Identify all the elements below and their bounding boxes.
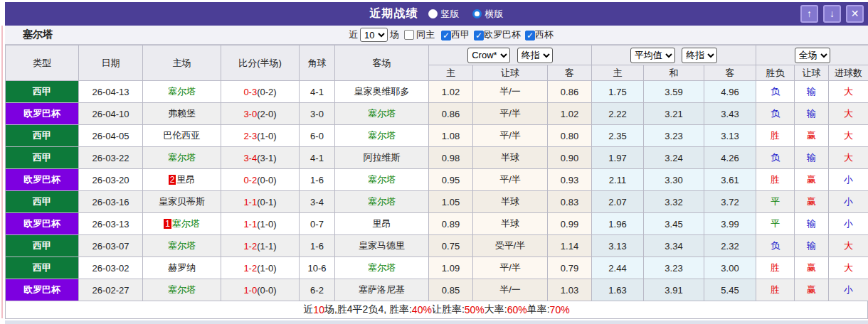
average-stage-select[interactable]: 终指 [682, 48, 717, 63]
table-row: 西甲26-04-05巴伦西亚2-3(1-0)6-0塞尔塔1.08平/半0.802… [6, 125, 868, 147]
league-badge: 西甲 [6, 125, 79, 147]
summary-segment: 10 [313, 304, 324, 315]
fulltime-score: 1-2 [243, 241, 257, 252]
home-team-cell: 赫罗纳 [143, 257, 221, 279]
handicap-result-cell: 输 [795, 213, 829, 235]
games-label: 场 [390, 28, 399, 41]
avg-away-cell: 4.26 [704, 147, 756, 169]
score-cell: 3-0(2-0) [221, 103, 300, 125]
match-count-select[interactable]: 10 [360, 28, 388, 42]
fulltime-score: 1-1 [243, 197, 257, 207]
odds-away-cell: 0.93 [548, 169, 592, 191]
avg-home-cell: 1.75 [592, 81, 644, 103]
corners-cell: 1-6 [300, 169, 335, 191]
table-row: 欧罗巴杯26-02-27塞尔塔1-0(0-0)6-2塞萨洛尼基0.85半/一1.… [6, 279, 868, 301]
date-cell: 26-03-16 [79, 191, 143, 213]
radio-vertical-layout[interactable]: 竖版 [428, 8, 460, 21]
date-cell: 26-03-02 [79, 257, 143, 279]
league-badge: 西甲 [6, 235, 79, 257]
result-cell: 平 [756, 213, 795, 235]
score-cell: 1-2(1-1) [221, 235, 300, 257]
date-cell: 26-03-13 [79, 213, 143, 235]
handicap-result-cell: 赢 [795, 169, 829, 191]
table-row: 西甲26-03-02赫罗纳1-2(1-0)10-6塞尔塔1.09平/半0.792… [6, 257, 868, 279]
avg-home-cell: 1.97 [592, 147, 644, 169]
filter-bar: 塞尔塔 近 10 场 同主 ✓西甲✓欧罗巴杯✓西杯 [5, 26, 868, 45]
rank-badge: 1 [164, 219, 171, 229]
score-cell: 1-2(1-0) [221, 257, 300, 279]
avg-draw-cell: 3.45 [644, 213, 704, 235]
radio-unselected-icon[interactable] [428, 9, 438, 18]
fulltime-score: 0-2 [243, 175, 257, 185]
odds-home-cell: 1.08 [429, 125, 473, 147]
halftime-score: (1-0) [257, 263, 276, 274]
team-label: 里昂 [176, 174, 195, 185]
league-checkbox[interactable]: ✓ [474, 31, 484, 40]
away-team-cell: 里昂 [335, 213, 429, 235]
radio-horizontal-layout[interactable]: 横版 [472, 8, 504, 21]
avg-away-cell: 4.96 [704, 81, 756, 103]
date-cell: 26-03-22 [79, 147, 143, 169]
bookmaker-select[interactable]: Crow* [467, 48, 510, 63]
same-home-checkbox[interactable] [404, 30, 414, 40]
summary-segment: 70% [550, 304, 570, 315]
league-checkbox[interactable]: ✓ [441, 31, 451, 40]
handicap-result-cell: 赢 [795, 279, 829, 301]
summary-segment: 大率: [485, 303, 507, 316]
away-team-cell: 阿拉维斯 [335, 147, 429, 169]
team-label: 塞萨洛尼基 [359, 284, 405, 295]
bookmaker-stage-select[interactable]: 终指 [517, 48, 553, 63]
away-team-cell: 塞尔塔 [335, 169, 429, 191]
avg-draw-cell: 3.23 [644, 257, 704, 279]
odds-home-cell: 1.09 [429, 257, 473, 279]
same-home-label: 同主 [416, 28, 435, 41]
avg-away-cell: 3.43 [704, 103, 756, 125]
move-down-button[interactable]: ↓ [823, 5, 841, 23]
team-label: 塞尔塔 [168, 284, 196, 295]
goals-result-cell: 小 [829, 169, 868, 191]
summary-segment: 50% [465, 304, 485, 315]
league-checkbox[interactable]: ✓ [525, 31, 535, 40]
halftime-score: (0-0) [257, 175, 276, 185]
halftime-score: (0-0) [257, 285, 276, 296]
odds-handicap-cell: 平/半 [473, 125, 548, 147]
team-label: 皇家马德里 [359, 240, 405, 251]
avg-draw-cell: 3.32 [644, 191, 704, 213]
odds-away-cell: 0.90 [548, 147, 592, 169]
left-edge-accent [1, 26, 3, 318]
summary-segment: 40% [412, 304, 432, 315]
handicap-result-cell: 赢 [795, 191, 829, 213]
corners-cell: 3-4 [300, 191, 335, 213]
avg-home-cell: 1.63 [592, 279, 644, 301]
avg-away-cell: 3.61 [704, 169, 756, 191]
close-button[interactable]: ✕ [846, 5, 864, 23]
fulltime-score: 0-3 [243, 87, 257, 97]
goals-result-cell: 大 [829, 103, 868, 125]
bottom-scroll-strip[interactable] [5, 320, 868, 324]
fulltime-select[interactable]: 全场 [795, 48, 830, 63]
league-badge: 西甲 [6, 147, 79, 169]
table-row: 西甲26-03-07塞尔塔1-2(1-1)1-6皇家马德里0.75受平/半1.1… [6, 235, 868, 257]
average-select[interactable]: 平均值 [630, 48, 675, 63]
bookmaker-select-group: Crow* 终指 [429, 45, 592, 65]
result-cell: 负 [756, 147, 795, 169]
league-badge: 西甲 [6, 257, 79, 279]
league-badge: 西甲 [6, 81, 79, 103]
league-badge: 欧罗巴杯 [6, 103, 79, 125]
date-cell: 26-04-05 [79, 125, 143, 147]
avg-home-cell: 2.07 [592, 191, 644, 213]
avg-draw-cell: 3.30 [644, 169, 704, 191]
avg-draw-cell: 3.59 [644, 81, 704, 103]
odds-home-cell: 0.85 [429, 279, 473, 301]
halftime-score: (0-1) [257, 197, 276, 207]
fulltime-score: 1-1 [243, 219, 257, 230]
radio-selected-icon[interactable] [472, 9, 482, 18]
avg-home-cell: 2.44 [592, 257, 644, 279]
move-up-button[interactable]: ↑ [800, 5, 818, 23]
goals-result-cell: 小 [829, 213, 868, 235]
odds-home-cell: 0.75 [429, 235, 473, 257]
odds-away-cell: 0.79 [548, 257, 592, 279]
odds-home-cell: 0.98 [429, 147, 473, 169]
fulltime-select-group: 全场 [756, 45, 868, 65]
date-cell: 26-03-07 [79, 235, 143, 257]
